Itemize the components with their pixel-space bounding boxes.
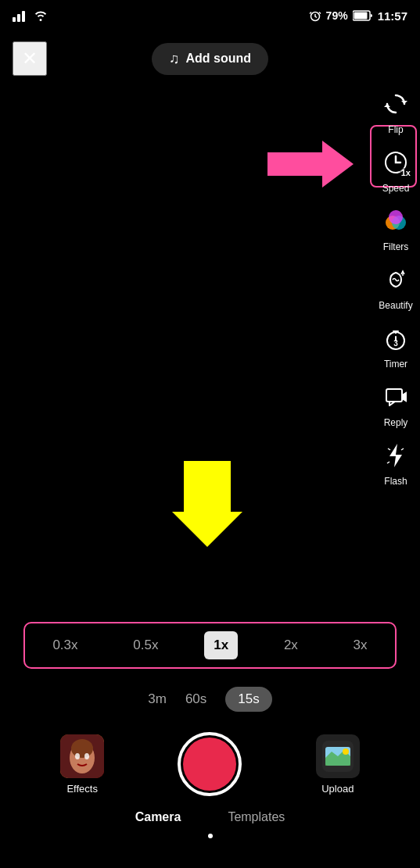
svg-point-21 xyxy=(75,753,80,759)
flip-label: Flip xyxy=(388,124,403,135)
music-icon: ♫ xyxy=(169,51,180,67)
svg-rect-5 xyxy=(354,13,367,20)
speed-control[interactable]: 1x Speed xyxy=(378,145,414,194)
bottom-section: Effects Upload Camera Templat xyxy=(0,720,420,868)
nav-indicator-dot xyxy=(208,834,213,838)
tab-templates[interactable]: Templates xyxy=(228,810,285,824)
svg-rect-1 xyxy=(17,14,20,22)
svg-text:3: 3 xyxy=(393,339,398,348)
right-controls: Flip 1x Speed Filters xyxy=(378,86,414,487)
svg-point-25 xyxy=(343,748,349,755)
top-bar: ✕ ♫ Add sound xyxy=(0,31,420,86)
duration-60s[interactable]: 60s xyxy=(185,691,206,707)
svg-line-13 xyxy=(388,448,390,450)
speed-label: Speed xyxy=(382,183,410,194)
time-display: 11:57 xyxy=(378,9,407,23)
upload-button[interactable]: Upload xyxy=(316,734,360,795)
status-bar: 79% 11:57 xyxy=(0,0,420,31)
effects-label: Effects xyxy=(66,783,98,795)
battery-percent: 79% xyxy=(326,9,348,22)
alarm-icon xyxy=(309,9,321,22)
filters-control[interactable]: Filters xyxy=(378,203,414,252)
battery-icon xyxy=(353,10,373,21)
timer-control[interactable]: 3 Timer xyxy=(378,320,414,370)
signal-icon xyxy=(13,9,30,22)
speed-3x[interactable]: 3x xyxy=(344,631,377,659)
beautify-icon xyxy=(378,262,414,298)
beautify-control[interactable]: Beautify xyxy=(378,262,414,311)
close-button[interactable]: ✕ xyxy=(13,41,47,76)
record-button-inner xyxy=(183,738,236,791)
duration-selector: 3m 60s 15s xyxy=(0,687,420,712)
speed-0.3x[interactable]: 0.3x xyxy=(43,631,87,659)
filters-icon xyxy=(378,203,414,239)
reply-control[interactable]: Reply xyxy=(378,379,414,428)
duration-3m[interactable]: 3m xyxy=(148,691,167,707)
filters-label: Filters xyxy=(383,241,409,252)
upload-icon xyxy=(316,734,360,778)
svg-marker-16 xyxy=(267,141,354,188)
timer-label: Timer xyxy=(384,359,407,370)
yellow-arrow xyxy=(172,461,242,550)
flip-control[interactable]: Flip xyxy=(378,86,414,135)
upload-label: Upload xyxy=(321,783,354,795)
bottom-controls: Effects Upload xyxy=(0,720,420,804)
flip-icon xyxy=(378,86,414,122)
svg-line-14 xyxy=(401,448,404,450)
svg-point-22 xyxy=(84,753,89,759)
timer-icon: 3 xyxy=(378,320,414,356)
effects-thumbnail xyxy=(60,734,104,778)
reply-label: Reply xyxy=(384,417,408,428)
reply-icon xyxy=(378,379,414,415)
svg-rect-0 xyxy=(13,17,16,22)
pink-arrow xyxy=(267,137,354,199)
beautify-label: Beautify xyxy=(379,300,412,311)
wifi-icon xyxy=(34,10,48,21)
svg-rect-2 xyxy=(22,11,25,22)
add-sound-label: Add sound xyxy=(185,52,251,66)
speed-2x[interactable]: 2x xyxy=(275,631,307,659)
record-button[interactable] xyxy=(178,732,242,796)
svg-marker-17 xyxy=(172,461,242,547)
svg-point-9 xyxy=(389,210,403,224)
svg-line-15 xyxy=(387,462,389,463)
svg-point-20 xyxy=(71,739,93,758)
speed-1x[interactable]: 1x xyxy=(204,631,238,659)
flash-label: Flash xyxy=(384,476,407,487)
speed-icon: 1x xyxy=(378,145,414,180)
bottom-nav: Camera Templates xyxy=(0,804,420,827)
add-sound-button[interactable]: ♫ Add sound xyxy=(152,43,268,75)
speed-0.5x[interactable]: 0.5x xyxy=(124,631,167,659)
svg-rect-12 xyxy=(386,389,402,402)
effects-button[interactable]: Effects xyxy=(60,734,104,795)
status-bar-right: 79% 11:57 xyxy=(309,9,407,23)
tab-camera[interactable]: Camera xyxy=(135,810,181,824)
record-button-container xyxy=(178,732,242,796)
flash-control[interactable]: Flash xyxy=(378,438,414,487)
status-bar-left xyxy=(13,9,48,22)
flash-icon xyxy=(378,438,414,473)
duration-15s[interactable]: 15s xyxy=(225,687,271,712)
speed-selector: 0.3x 0.5x 1x 2x 3x xyxy=(23,622,397,669)
